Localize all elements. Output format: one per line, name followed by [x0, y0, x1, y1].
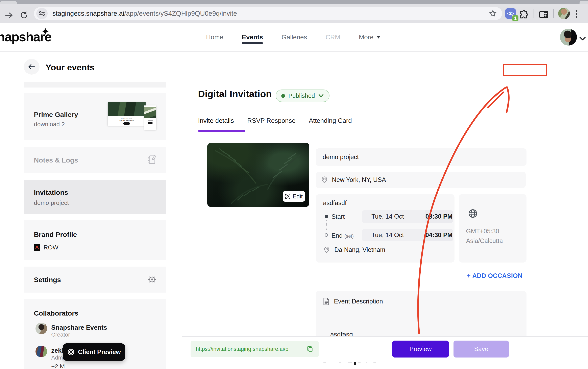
end-label: End (set) [332, 232, 354, 239]
edit-cover-button[interactable]: Edit [283, 191, 305, 202]
sidebar-item-notes-logs[interactable]: Notes & Logs [24, 147, 166, 173]
timeline-connector [326, 220, 327, 230]
toolbar-divider [534, 9, 534, 18]
invitation-link-pill: https://invitationstaging.snapshare.ai/p [191, 341, 319, 357]
sidebar-item-settings[interactable]: Settings [24, 266, 166, 293]
occasion-location[interactable]: Da Nang, Vietnam [324, 246, 385, 254]
tab-attending-card[interactable]: Attending Card [309, 117, 352, 133]
invitations-label: Invitations [34, 189, 68, 196]
bookmark-star-icon[interactable] [489, 10, 497, 18]
back-button[interactable] [24, 59, 40, 75]
start-date-field[interactable]: Tue, 14 Oct [362, 210, 425, 223]
account-avatar[interactable] [560, 29, 577, 46]
timezone-offset: GMT+05:30 [466, 228, 499, 235]
url-host: stagingecs.snapshare.ai [52, 10, 124, 17]
extension-badge: 1 [512, 15, 519, 22]
end-dot-icon [325, 233, 328, 237]
client-preview-button[interactable]: Client Preview [63, 343, 125, 361]
browser-menu-kebab-icon[interactable] [575, 9, 578, 19]
browser-profile-avatar[interactable] [558, 8, 570, 19]
nav-item-galleries[interactable]: Galleries [282, 23, 307, 51]
collaborators-title: Collaborators [34, 309, 78, 317]
globe-icon [468, 209, 478, 219]
end-date-field[interactable]: Tue, 14 Oct [362, 229, 425, 241]
chevron-down-icon [318, 94, 324, 98]
annotation-red-rectangle [503, 64, 547, 76]
document-icon [323, 298, 329, 305]
location-pin-icon [321, 176, 327, 183]
account-chevron-down-icon[interactable] [579, 36, 586, 42]
active-nav-underline [242, 42, 263, 44]
publish-status-label: Published [288, 92, 315, 99]
client-preview-label: Client Preview [78, 348, 121, 356]
search-tabs-icon[interactable] [539, 10, 549, 19]
sidebar-item-prime-gallery[interactable]: Prime Gallery download 2 14 AUGUST 2025 … [24, 93, 166, 140]
nav-item-home[interactable]: Home [206, 23, 223, 51]
main-nav: Home Events Galleries CRM More [206, 23, 381, 51]
tab-fragment-right[interactable] [579, 1, 588, 4]
tab-fragment-left[interactable] [0, 1, 17, 4]
prime-gallery-subtitle: download 2 [34, 121, 65, 128]
host-location-input[interactable]: New York, NY, USA [316, 172, 526, 188]
main-content: Digital Invitation Published Invite deta… [182, 52, 588, 369]
start-time-field[interactable]: 03:30 PM [425, 210, 453, 223]
url-text[interactable]: stagingecs.snapshare.ai/app/events/yS4ZQ… [52, 7, 237, 20]
action-footer: https://invitationstaging.snapshare.ai/p… [182, 336, 588, 369]
clipped-text-fragments [324, 361, 376, 366]
end-time-field[interactable]: 04:30 PM [425, 229, 453, 241]
event-description-header: Event Description [323, 298, 383, 305]
page-title: Digital Invitation [198, 88, 272, 99]
sidebar: Your events Prime Gallery download 2 14 … [0, 52, 182, 369]
prime-gallery-title: Prime Gallery [34, 111, 78, 119]
host-location-value: New York, NY, USA [332, 176, 386, 184]
gallery-phone-photo [144, 107, 156, 118]
sidebar-item-brand-profile[interactable]: Brand Profile ROW [24, 220, 166, 260]
gallery-phone-mock [144, 105, 156, 130]
browser-toolbar: stagingecs.snapshare.ai/app/events/yS4ZQ… [0, 4, 588, 23]
clipped-card-top [24, 82, 166, 88]
end-set-label: (set) [345, 234, 354, 239]
timezone-card[interactable]: GMT+05:30 Asia/Calcutta [459, 194, 527, 263]
add-occasion-button[interactable]: + ADD OCCASION [467, 272, 522, 279]
nav-item-events[interactable]: Events [242, 23, 263, 51]
collaborator-name: Snapshare Events [51, 324, 107, 331]
collaborator-avatar [35, 346, 47, 357]
occasion-location-value: Da Nang, Vietnam [334, 246, 385, 254]
project-name-input[interactable]: demo project [316, 148, 527, 166]
nav-item-crm[interactable]: CRM [326, 23, 340, 51]
occasion-name[interactable]: asdfasdf [323, 199, 347, 207]
gear-icon [147, 275, 157, 285]
gallery-mock-photo [108, 102, 146, 116]
invitation-url[interactable]: https://invitationstaging.snapshare.ai/p [196, 346, 288, 352]
event-description-label: Event Description [334, 298, 383, 305]
active-tab-underline [198, 130, 245, 132]
copy-link-icon[interactable] [307, 345, 314, 353]
nav-item-more[interactable]: More [359, 23, 381, 51]
invitations-subtitle: demo project [34, 199, 69, 206]
sidebar-item-invitations[interactable]: Invitations demo project [24, 180, 166, 214]
logo-sparkle-icon [42, 28, 49, 35]
occasion-card: asdfasdf Start Tue, 14 Oct 03:30 PM End … [316, 194, 455, 263]
browser-tab-strip [0, 0, 588, 4]
site-settings-icon[interactable] [36, 8, 48, 19]
notes-icon [148, 155, 157, 165]
sidebar-title: Your events [46, 62, 95, 72]
collaborators-more[interactable]: +2 M [51, 363, 65, 369]
collaborator-role: Creator [51, 331, 70, 338]
invitation-cover-image: Edit [207, 143, 309, 207]
settings-label: Settings [34, 276, 61, 284]
notes-logs-label: Notes & Logs [34, 156, 78, 164]
crop-edit-icon [285, 194, 291, 199]
brand-logo-icon [34, 244, 40, 251]
eye-icon [67, 348, 75, 356]
project-name-value: demo project [323, 148, 359, 166]
reload-icon[interactable] [19, 10, 29, 20]
address-bar[interactable]: stagingecs.snapshare.ai/app/events/yS4ZQ… [34, 7, 502, 20]
preview-button[interactable]: Preview [392, 341, 449, 358]
extensions-puzzle-icon[interactable] [519, 10, 529, 20]
save-button[interactable]: Save [454, 341, 509, 358]
tab-rsvp-response[interactable]: RSVP Response [247, 117, 296, 133]
publish-status-dropdown[interactable]: Published [276, 90, 329, 102]
forward-icon[interactable] [4, 11, 13, 20]
gallery-desktop-mock: 14 AUGUST 2025 PRIME GALLERY [108, 102, 146, 126]
